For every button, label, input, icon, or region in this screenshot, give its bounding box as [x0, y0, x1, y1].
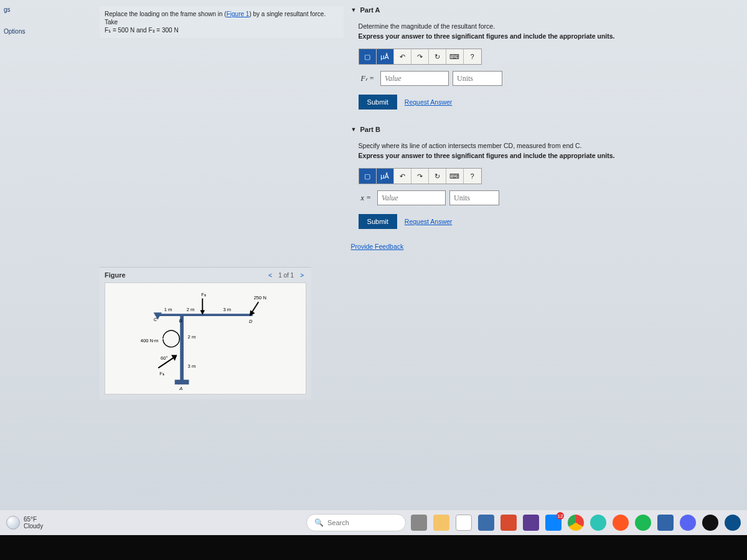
part-a-units-input[interactable]	[453, 71, 502, 86]
part-a-request-answer[interactable]: Request Answer	[405, 98, 452, 106]
greek-icon[interactable]: μÅ	[377, 49, 394, 64]
undo-icon[interactable]: ↶	[394, 49, 411, 64]
part-a-instruction: Determine the magnitude of the resultant…	[359, 22, 728, 30]
part-a-toolbar: ▢ μÅ ↶ ↷ ↻ ⌨ ?	[359, 49, 482, 65]
keyboard-icon[interactable]: ⌨	[446, 49, 464, 64]
app-icon-6[interactable]	[613, 515, 629, 531]
explorer-icon[interactable]	[433, 515, 449, 531]
reset-icon[interactable]: ↻	[429, 169, 446, 184]
search-placeholder: Search	[327, 519, 349, 526]
taskbar-icons: 12	[411, 515, 741, 531]
redo-icon[interactable]: ↷	[411, 49, 429, 64]
part-b-toggle[interactable]: ▼ Part B	[351, 123, 728, 136]
app-icon-8[interactable]	[725, 515, 741, 531]
provide-feedback-link[interactable]: Provide Feedback	[351, 243, 404, 250]
fig-3m-b: 3 m	[188, 363, 196, 369]
weather-cond: Cloudy	[24, 523, 43, 530]
weather-widget[interactable]: 65°F Cloudy	[6, 516, 43, 530]
figure-prev[interactable]: <	[266, 272, 275, 279]
part-a-toggle[interactable]: ▼ Part A	[351, 4, 728, 16]
fig-2m-b: 2 m	[188, 334, 196, 340]
part-a-value-input[interactable]	[380, 71, 449, 86]
figure-pager-text: 1 of 1	[278, 272, 294, 279]
app-icon-4[interactable]	[523, 515, 539, 531]
fig-F1: F₁	[159, 371, 164, 376]
fig-C: C	[154, 317, 157, 322]
problem-text-pre: Replace the loading on the frame shown i…	[105, 11, 227, 17]
app-icon-5[interactable]	[590, 515, 606, 531]
taskview-icon[interactable]	[411, 515, 427, 531]
fig-250n: 250 N	[254, 295, 266, 301]
undo-icon[interactable]: ↶	[394, 169, 411, 184]
fig-3m-a: 3 m	[223, 307, 231, 312]
part-b-submit-button[interactable]: Submit	[359, 214, 397, 229]
part-a-title: Part A	[360, 6, 380, 14]
chevron-down-icon: ▼	[351, 126, 357, 133]
part-b-request-answer[interactable]: Request Answer	[405, 218, 452, 225]
discord-icon[interactable]	[680, 515, 696, 531]
nav-link-options[interactable]: Options	[4, 28, 27, 35]
svg-rect-3	[175, 380, 189, 385]
problem-text-line2: F₁ = 500 N and F₂ = 300 N	[105, 27, 179, 34]
app-icon-2[interactable]	[478, 515, 494, 531]
fig-1m: 1 m	[164, 307, 172, 312]
part-b-express: Express your answer to three significant…	[359, 152, 728, 159]
app-icon-7[interactable]	[657, 515, 674, 531]
weather-temp: 65°F	[24, 516, 43, 523]
fig-2m-a: 2 m	[187, 307, 195, 312]
fig-f2: F₂	[201, 292, 206, 297]
part-b-title: Part B	[360, 126, 380, 133]
redo-icon[interactable]: ↷	[411, 169, 429, 184]
part-b-units-input[interactable]	[449, 190, 499, 205]
app-icon-1[interactable]	[456, 515, 472, 531]
steam-icon[interactable]	[702, 515, 718, 531]
part-b-lhs: x =	[359, 194, 374, 203]
taskbar: 65°F Cloudy 🔍 Search 12	[0, 510, 747, 535]
help-icon[interactable]: ?	[464, 49, 481, 64]
part-b-value-input[interactable]	[377, 190, 446, 205]
template-icon[interactable]: ▢	[359, 49, 377, 64]
part-b-instruction: Specify where its line of action interse…	[359, 142, 728, 149]
mail-icon[interactable]: 12	[545, 515, 561, 531]
fig-400nm: 400 N·m	[141, 338, 159, 343]
figure-title: Figure	[105, 271, 126, 279]
fig-B: B	[179, 318, 182, 324]
monitor-bezel	[0, 535, 747, 560]
figure-image: F₂ 250 N 1 m 2 m 3 m B D C 2 m 400 N·m 6…	[105, 282, 306, 394]
figure-panel: Figure < 1 of 1 >	[100, 267, 311, 399]
reset-icon[interactable]: ↻	[429, 49, 446, 64]
problem-statement: Replace the loading on the frame shown i…	[100, 6, 344, 38]
part-a: ▼ Part A Determine the magnitude of the …	[351, 4, 728, 112]
keyboard-icon[interactable]: ⌨	[446, 169, 464, 184]
fig-D: D	[249, 319, 253, 324]
part-b: ▼ Part B Specify where its line of actio…	[351, 123, 728, 231]
figure-link[interactable]: Figure 1	[227, 11, 250, 17]
taskbar-search[interactable]: 🔍 Search	[306, 514, 406, 531]
weather-icon	[6, 516, 20, 530]
chrome-icon[interactable]	[568, 515, 584, 531]
chevron-down-icon: ▼	[351, 7, 357, 13]
svg-marker-9	[171, 355, 177, 361]
fig-60: 60°	[161, 355, 167, 361]
help-icon[interactable]: ?	[464, 169, 481, 184]
part-a-submit-button[interactable]: Submit	[359, 95, 397, 110]
nav-link-gs[interactable]: gs	[4, 6, 27, 13]
spotify-icon[interactable]	[635, 515, 651, 531]
figure-next[interactable]: >	[298, 272, 306, 279]
app-icon-3[interactable]	[500, 515, 517, 531]
template-icon[interactable]: ▢	[359, 169, 377, 184]
part-b-toolbar: ▢ μÅ ↶ ↷ ↻ ⌨ ?	[359, 168, 482, 184]
part-a-express: Express your answer to three significant…	[359, 32, 728, 40]
greek-icon[interactable]: μÅ	[377, 169, 394, 184]
part-a-lhs: Fᵣ =	[359, 74, 377, 83]
fig-A: A	[179, 386, 182, 391]
search-icon: 🔍	[314, 518, 324, 527]
mail-badge: 12	[557, 512, 564, 520]
